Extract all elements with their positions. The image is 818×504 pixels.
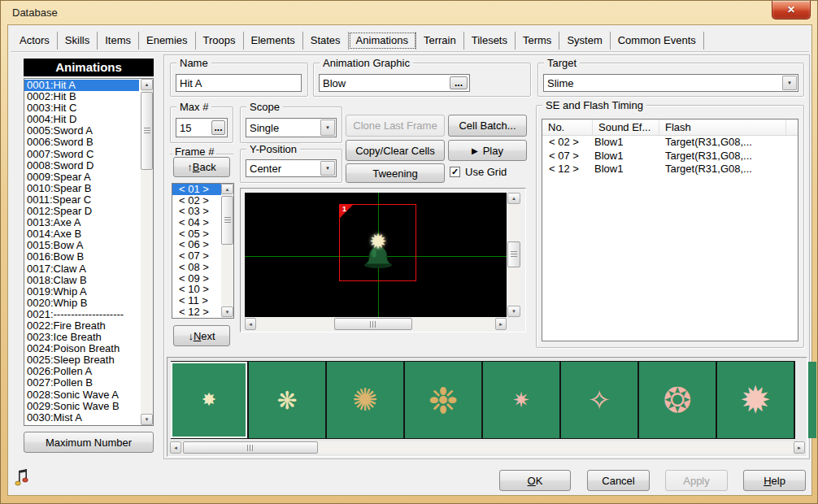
tab[interactable]: Terms: [516, 32, 559, 50]
maximum-number-button[interactable]: Maximum Number: [24, 432, 154, 453]
title-bar[interactable]: Database ✕: [1, 1, 817, 24]
frame-list-item[interactable]: < 03 >: [172, 206, 221, 217]
film-cell[interactable]: ✧: [561, 362, 639, 438]
animation-list-item[interactable]: 0008:Sword D: [24, 160, 139, 172]
max-spin-button[interactable]: ...: [211, 120, 225, 135]
frame-list-item[interactable]: < 09 >: [172, 273, 221, 285]
film-cell[interactable]: ✹: [717, 362, 795, 438]
animation-list-item[interactable]: 0023:Ice Breath: [24, 332, 139, 343]
apply-button[interactable]: Apply: [665, 470, 728, 491]
max-field[interactable]: 15 ...: [176, 118, 228, 137]
clone-last-frame-button[interactable]: Clone Last Frame: [346, 115, 445, 137]
frame-list-item[interactable]: < 01 >: [172, 184, 221, 195]
film-cell[interactable]: ✷: [483, 362, 561, 438]
tab[interactable]: Terrain: [416, 32, 464, 50]
tab[interactable]: Items: [98, 32, 139, 50]
preview-vscroll-thumb[interactable]: [507, 241, 520, 267]
cell-selection-box[interactable]: 1: [339, 204, 416, 281]
scroll-right-button[interactable]: ►: [794, 441, 805, 454]
filmstrip-scroll-thumb[interactable]: [183, 441, 318, 454]
column-header[interactable]: Sound Ef...: [593, 119, 659, 135]
animation-list-item[interactable]: 0026:Pollen A: [24, 366, 139, 377]
animation-list-item[interactable]: 0003:Hit C: [24, 102, 139, 114]
animation-list-item[interactable]: 0002:Hit B: [24, 91, 139, 102]
scroll-right-button[interactable]: ►: [495, 318, 507, 330]
scroll-down-button[interactable]: ▼: [141, 414, 153, 425]
frame-list-item[interactable]: < 08 >: [172, 262, 221, 273]
frame-list-item[interactable]: < 05 >: [172, 228, 221, 240]
frame-list-item[interactable]: < 10 >: [172, 284, 221, 295]
film-cell[interactable]: ❂: [639, 362, 717, 438]
animation-list-item[interactable]: 0027:Pollen B: [24, 377, 139, 389]
scroll-up-button[interactable]: ▲: [507, 193, 520, 204]
animation-list-item[interactable]: 0030:Mist A: [24, 412, 139, 424]
tab[interactable]: Elements: [244, 32, 303, 50]
column-header[interactable]: No.: [542, 119, 593, 135]
animation-list-item[interactable]: 0025:Sleep Breath: [24, 354, 139, 366]
tab[interactable]: Enemies: [139, 32, 196, 50]
tab[interactable]: Animations: [349, 32, 416, 50]
ok-button[interactable]: OK: [499, 470, 571, 491]
animation-canvas[interactable]: ✹ 1: [245, 193, 507, 317]
animation-list-item[interactable]: 0001:Hit A: [24, 80, 139, 91]
animation-list-item[interactable]: 0005:Sword A: [24, 125, 139, 137]
tab[interactable]: Common Events: [611, 32, 704, 50]
scope-select[interactable]: Single ▼: [246, 118, 337, 137]
play-button[interactable]: ▶ Play: [448, 140, 527, 161]
animation-list-item[interactable]: 0004:Hit D: [24, 114, 139, 125]
frame-list-item[interactable]: < 11 >: [172, 295, 221, 306]
use-grid-checkbox[interactable]: ✓: [450, 167, 460, 177]
se-flash-row[interactable]: < 07 > Blow1 Target(R31,G08,...: [542, 150, 798, 163]
target-dropdown-button[interactable]: ▼: [782, 76, 797, 90]
browse-graphic-button[interactable]: ...: [450, 76, 468, 89]
scroll-down-button[interactable]: ▼: [221, 306, 233, 317]
film-cell[interactable]: ❉: [405, 362, 483, 438]
use-grid-checkbox-row[interactable]: ✓ Use Grid: [450, 166, 507, 178]
y-position-dropdown-button[interactable]: ▼: [320, 161, 335, 176]
animation-list-item[interactable]: 0029:Sonic Wave B: [24, 401, 139, 412]
frame-list-item[interactable]: < 06 >: [172, 239, 221, 250]
animation-list-item[interactable]: 0009:Spear A: [24, 172, 139, 183]
copy-clear-cells-button[interactable]: Copy/Clear Cells: [346, 140, 445, 161]
frame-list-item[interactable]: < 07 >: [172, 250, 221, 262]
frame-back-button[interactable]: ↑ Back: [173, 157, 230, 177]
scroll-up-button[interactable]: ▲: [141, 79, 153, 90]
frame-list-item[interactable]: < 02 >: [172, 195, 221, 206]
animation-list-item[interactable]: 0014:Axe B: [24, 228, 139, 240]
animation-list-item[interactable]: 0006:Sword B: [24, 137, 139, 148]
tab[interactable]: Actors: [12, 32, 58, 50]
cell-batch-button[interactable]: Cell Batch...: [448, 115, 527, 137]
film-cell[interactable]: ✸: [171, 362, 249, 438]
animation-list-item[interactable]: 0024:Poison Breath: [24, 343, 139, 354]
target-select[interactable]: Slime ▼: [543, 74, 798, 92]
animation-list-item[interactable]: 0018:Claw B: [24, 275, 139, 286]
animation-list-item[interactable]: 0016:Bow B: [24, 251, 139, 263]
help-button[interactable]: Help: [743, 470, 806, 491]
animation-list-item[interactable]: 0015:Bow A: [24, 240, 139, 251]
animation-list-item[interactable]: 0017:Claw A: [24, 263, 139, 275]
se-flash-row[interactable]: < 12 > Blow1 Target(R31,G08,...: [542, 163, 798, 176]
animation-list-item[interactable]: 0010:Spear B: [24, 183, 139, 194]
frame-next-button[interactable]: ↓ Next: [173, 325, 230, 346]
tab[interactable]: Tilesets: [464, 32, 516, 50]
animations-scrollbar-thumb[interactable]: [141, 92, 153, 170]
scroll-up-button[interactable]: ▲: [221, 184, 233, 194]
animation-list-item[interactable]: 0019:Whip A: [24, 286, 139, 298]
animation-list-item[interactable]: 0012:Spear D: [24, 206, 139, 217]
film-cell[interactable]: ✺: [327, 362, 405, 438]
animation-list-item[interactable]: 0011:Spear C: [24, 194, 139, 206]
scroll-down-button[interactable]: ▼: [507, 306, 520, 317]
frame-scrollbar-thumb[interactable]: [221, 196, 233, 245]
scroll-left-button[interactable]: ◄: [170, 441, 181, 454]
tweening-button[interactable]: Tweening: [346, 163, 445, 183]
close-button[interactable]: ✕: [772, 1, 811, 20]
film-cell[interactable]: ❋: [249, 362, 327, 438]
frame-list-item[interactable]: < 04 >: [172, 217, 221, 228]
column-header[interactable]: Flash: [659, 119, 786, 135]
tab[interactable]: Troops: [196, 32, 244, 50]
animation-list-item[interactable]: 0020:Whip B: [24, 298, 139, 309]
se-flash-row[interactable]: < 02 > Blow1 Target(R31,G08,...: [542, 136, 798, 150]
scroll-left-button[interactable]: ◄: [245, 318, 256, 330]
tab[interactable]: System: [559, 32, 610, 50]
animation-list-item[interactable]: 0022:Fire Breath: [24, 320, 139, 332]
